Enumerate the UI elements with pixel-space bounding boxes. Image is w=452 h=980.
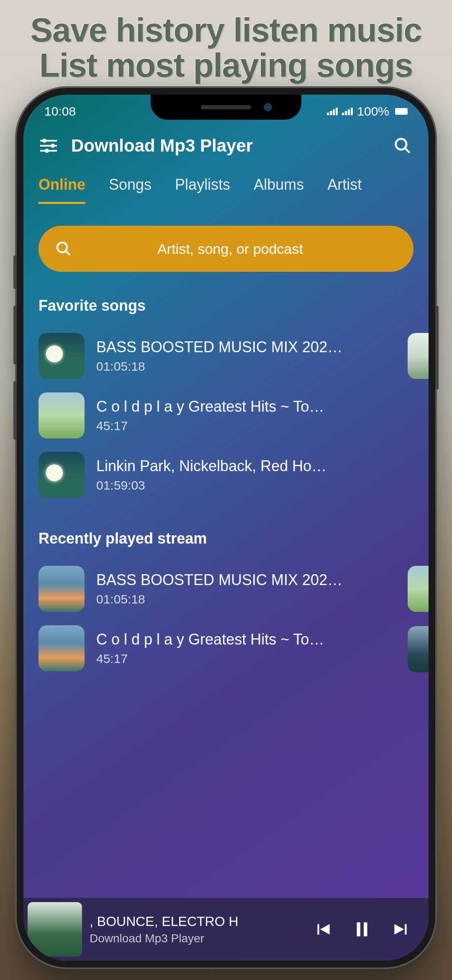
search-bar[interactable]: Artist, song, or podcast — [39, 226, 413, 272]
phone-frame: 10:08 100% Download Mp3 Player — [17, 88, 435, 967]
promo-line-2: List most playing songs — [0, 48, 452, 83]
song-title: C o l d p l a y Greatest Hits ~ To… — [96, 631, 413, 648]
song-item[interactable]: C o l d p l a y Greatest Hits ~ To… 45:1… — [39, 619, 413, 678]
tab-playlists[interactable]: Playlists — [175, 176, 230, 204]
playback-controls — [304, 919, 420, 940]
svg-rect-10 — [357, 922, 360, 936]
song-title: BASS BOOSTED MUSIC MIX 202… — [96, 571, 413, 589]
next-track-icon[interactable] — [391, 919, 412, 940]
app-header: Download Mp3 Player — [23, 128, 429, 163]
svg-point-5 — [45, 149, 49, 153]
peek-thumbnail[interactable] — [408, 333, 429, 379]
battery-icon — [395, 108, 408, 115]
phone-side-button — [435, 306, 439, 389]
status-time: 10:08 — [44, 104, 76, 119]
search-placeholder: Artist, song, or podcast — [80, 241, 397, 257]
svg-point-1 — [42, 139, 46, 143]
search-icon[interactable] — [393, 137, 412, 155]
phone-side-button — [13, 255, 17, 289]
song-thumbnail — [39, 333, 85, 379]
song-item[interactable]: Linkin Park, Nickelback, Red Ho… 01:59:0… — [39, 445, 413, 505]
tab-online[interactable]: Online — [39, 176, 85, 204]
app-title: Download Mp3 Player — [71, 136, 381, 156]
now-playing-title: , BOUNCE, ELECTRO H — [90, 914, 304, 929]
tab-artist[interactable]: Artist — [327, 176, 362, 204]
phone-notch — [151, 95, 301, 120]
search-icon — [55, 240, 72, 257]
svg-point-8 — [57, 242, 67, 252]
svg-point-3 — [51, 144, 55, 148]
signal-icon — [327, 108, 338, 115]
song-title: C o l d p l a y Greatest Hits ~ To… — [96, 398, 413, 415]
previous-track-icon[interactable] — [312, 919, 333, 940]
song-info: Linkin Park, Nickelback, Red Ho… 01:59:0… — [96, 457, 413, 493]
song-thumbnail — [39, 566, 85, 612]
song-duration: 45:17 — [96, 652, 413, 666]
phone-side-button — [13, 381, 17, 440]
signal-icon — [342, 108, 353, 115]
phone-side-button — [13, 306, 17, 364]
svg-line-9 — [66, 251, 70, 255]
song-title: Linkin Park, Nickelback, Red Ho… — [96, 457, 413, 475]
favorites-title: Favorite songs — [23, 272, 429, 326]
song-info: C o l d p l a y Greatest Hits ~ To… 45:1… — [96, 398, 413, 433]
now-playing-thumbnail — [28, 902, 82, 957]
peek-thumbnail[interactable] — [408, 566, 429, 612]
front-camera-icon — [264, 103, 272, 111]
peek-thumbnail[interactable] — [408, 626, 429, 672]
song-thumbnail — [39, 392, 85, 438]
song-duration: 01:05:18 — [96, 359, 413, 374]
favorites-list: BASS BOOSTED MUSIC MIX 202… 01:05:18 C o… — [23, 326, 429, 505]
pause-icon[interactable] — [352, 919, 372, 940]
song-item[interactable]: BASS BOOSTED MUSIC MIX 202… 01:05:18 — [39, 559, 413, 619]
tab-songs[interactable]: Songs — [109, 176, 152, 204]
phone-screen: 10:08 100% Download Mp3 Player — [23, 95, 429, 961]
song-info: BASS BOOSTED MUSIC MIX 202… 01:05:18 — [96, 338, 413, 374]
song-thumbnail — [39, 452, 85, 498]
promo-headline: Save history listen music List most play… — [0, 0, 452, 83]
recent-title: Recently played stream — [23, 505, 429, 559]
promo-line-1: Save history listen music — [0, 13, 452, 48]
tab-albums[interactable]: Albums — [254, 176, 304, 204]
song-info: BASS BOOSTED MUSIC MIX 202… 01:05:18 — [96, 571, 413, 606]
recent-list: BASS BOOSTED MUSIC MIX 202… 01:05:18 C o… — [23, 559, 429, 678]
svg-point-6 — [396, 139, 407, 150]
svg-rect-11 — [364, 922, 367, 936]
tabs-bar: Online Songs Playlists Albums Artist — [23, 163, 429, 204]
status-right: 100% — [327, 104, 408, 119]
speaker-grill-icon — [201, 105, 251, 109]
song-thumbnail — [39, 625, 85, 671]
song-duration: 01:05:18 — [96, 592, 413, 606]
now-playing-bar[interactable]: , BOUNCE, ELECTRO H Download Mp3 Player — [23, 898, 429, 961]
now-playing-info: , BOUNCE, ELECTRO H Download Mp3 Player — [86, 914, 304, 945]
battery-text: 100% — [357, 104, 389, 119]
song-duration: 01:59:03 — [96, 478, 413, 493]
song-info: C o l d p l a y Greatest Hits ~ To… 45:1… — [96, 631, 413, 666]
equalizer-icon[interactable] — [39, 136, 59, 156]
song-item[interactable]: BASS BOOSTED MUSIC MIX 202… 01:05:18 — [39, 326, 413, 386]
song-title: BASS BOOSTED MUSIC MIX 202… — [96, 338, 413, 356]
now-playing-subtitle: Download Mp3 Player — [90, 932, 304, 945]
song-item[interactable]: C o l d p l a y Greatest Hits ~ To… 45:1… — [39, 386, 413, 445]
svg-line-7 — [405, 148, 410, 153]
song-duration: 45:17 — [96, 419, 413, 433]
